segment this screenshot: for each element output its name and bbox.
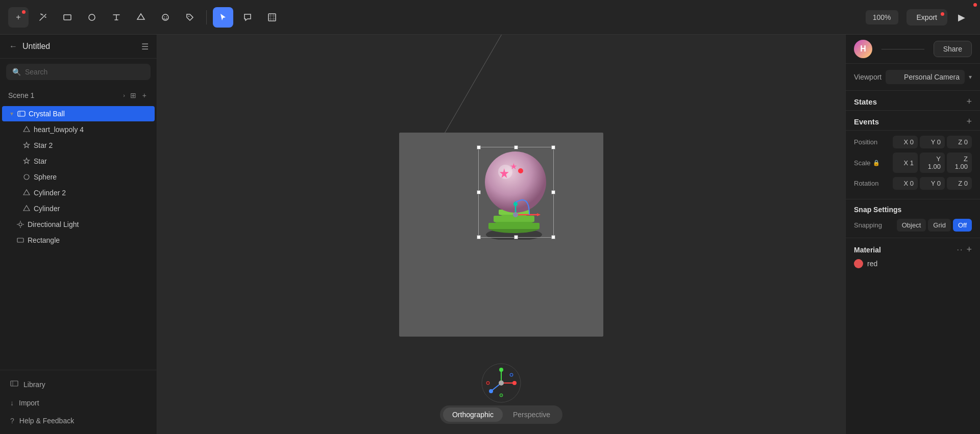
scale-x-value: X 1 <box>897 159 914 167</box>
states-add-button[interactable]: + <box>966 97 972 106</box>
scale-x-input[interactable]: X 1 <box>893 152 918 173</box>
smile-tool-button[interactable] <box>155 7 176 28</box>
play-button[interactable]: ▶ <box>951 7 972 28</box>
material-item[interactable]: red <box>854 259 972 268</box>
camera-select[interactable]: Personal Camera <box>886 70 965 84</box>
select-tool-button[interactable] <box>213 7 233 28</box>
magic-wand-icon <box>38 13 47 22</box>
rectangle-icon <box>63 13 72 22</box>
frame-button[interactable] <box>262 7 282 28</box>
tree-item-crystal-ball[interactable]: ▾ Crystal Ball <box>2 106 155 121</box>
states-section-header: States + <box>846 91 980 111</box>
magic-wand-button[interactable] <box>33 7 53 28</box>
text-tool-button[interactable] <box>106 7 127 28</box>
gizmo-svg <box>481 363 522 403</box>
toolbar: + <box>0 0 980 35</box>
zoom-display: 100% <box>866 10 898 24</box>
expand-icon: ▾ <box>10 110 13 117</box>
search-icon: 🔍 <box>12 68 21 76</box>
search-input[interactable] <box>25 68 144 76</box>
add-button[interactable]: + <box>8 7 29 28</box>
crystal-ball-label: Crystal Ball <box>29 110 146 118</box>
tree-item-directional-light[interactable]: Directional Light <box>2 217 155 232</box>
back-button[interactable]: ← <box>8 41 18 52</box>
scene-header: Scene 1 › ⊞ + <box>0 85 157 106</box>
scene-add-button[interactable]: + <box>140 89 149 101</box>
comment-button[interactable] <box>237 7 258 28</box>
star2-label: Star 2 <box>34 141 146 149</box>
svg-marker-13 <box>23 206 30 211</box>
circle-tool-button[interactable] <box>82 7 102 28</box>
orthographic-button[interactable]: Orthographic <box>443 407 503 422</box>
tree-item-rectangle[interactable]: Rectangle <box>2 233 155 248</box>
position-y-input[interactable]: Y 0 <box>920 136 945 148</box>
svg-point-0 <box>41 14 42 15</box>
svg-point-14 <box>19 223 22 226</box>
viewport-canvas <box>399 133 603 337</box>
svg-marker-10 <box>23 126 30 132</box>
help-item[interactable]: ? Help & Feedback <box>2 412 155 429</box>
position-label: Position <box>854 138 890 146</box>
rectangle-tool-button[interactable] <box>57 7 78 28</box>
heart-node-icon <box>22 125 31 134</box>
svg-point-40 <box>513 212 518 217</box>
snap-section: Snap Settings Snapping Object Grid Off <box>846 199 980 238</box>
position-row: Position X 0 Y 0 Z 0 <box>854 136 972 148</box>
cursor-icon <box>218 13 228 22</box>
scale-z-input[interactable]: Z 1.00 <box>947 152 972 173</box>
center-area[interactable]: Orthographic Perspective <box>157 35 845 434</box>
scene-tree: ▾ Crystal Ball heart_lowpoly 4 Star <box>0 106 157 370</box>
tree-item-heart-lowpoly[interactable]: heart_lowpoly 4 <box>2 122 155 137</box>
svg-point-50 <box>486 381 489 385</box>
avatar[interactable]: H <box>854 40 872 58</box>
events-title: Events <box>854 117 966 126</box>
heart-lowpoly-label: heart_lowpoly 4 <box>34 125 146 134</box>
share-button[interactable]: Share <box>934 41 972 57</box>
gizmo[interactable] <box>481 363 522 403</box>
chevron-down-icon: ▾ <box>969 73 972 81</box>
library-icon <box>10 379 18 389</box>
svg-point-48 <box>499 380 504 386</box>
tag-tool-button[interactable] <box>180 7 200 28</box>
tree-item-star[interactable]: Star <box>2 154 155 169</box>
top-bar-divider <box>881 49 924 49</box>
left-panel: ← Untitled ☰ 🔍 Scene 1 › ⊞ + ▾ <box>0 35 157 434</box>
material-color-swatch <box>854 259 863 268</box>
view-toggle: Orthographic Perspective <box>440 405 562 424</box>
shape-icon <box>136 13 145 22</box>
events-add-button[interactable]: + <box>966 117 972 126</box>
lock-icon: 🔒 <box>873 160 880 166</box>
snap-object-button[interactable]: Object <box>897 219 926 232</box>
material-add-button[interactable]: + <box>966 244 972 255</box>
snap-off-button[interactable]: Off <box>953 219 972 232</box>
import-item[interactable]: ↓ Import <box>2 394 155 412</box>
text-icon <box>112 13 121 22</box>
menu-button[interactable]: ☰ <box>141 42 149 52</box>
tree-item-cylinder[interactable]: Cylinder <box>2 201 155 216</box>
position-x-input[interactable]: X 0 <box>893 136 918 148</box>
svg-point-2 <box>89 14 95 20</box>
tree-item-cylinder2[interactable]: Cylinder 2 <box>2 185 155 200</box>
tree-item-star2[interactable]: Star 2 <box>2 138 155 153</box>
rotation-z-input[interactable]: Z 0 <box>947 177 972 190</box>
scene-expand-icon: › <box>123 92 125 98</box>
position-z-input[interactable]: Z 0 <box>947 136 972 148</box>
library-item[interactable]: Library <box>2 375 155 394</box>
scale-y-input[interactable]: Y 1.00 <box>920 152 945 173</box>
svg-point-32 <box>498 165 512 179</box>
export-button[interactable]: Export <box>906 9 947 25</box>
bottom-left: Library ↓ Import ? Help & Feedback <box>0 370 157 434</box>
position-x-value: X 0 <box>897 138 914 146</box>
rotation-y-input[interactable]: Y 0 <box>920 177 945 190</box>
shape-tool-button[interactable] <box>131 7 151 28</box>
tree-item-sphere[interactable]: Sphere <box>2 169 155 185</box>
snap-options: Object Grid Off <box>897 219 972 232</box>
scene-grid-button[interactable]: ⊞ <box>128 89 138 101</box>
search-bar: 🔍 <box>6 64 151 80</box>
rotation-x-input[interactable]: X 0 <box>893 177 918 190</box>
svg-point-51 <box>510 373 513 376</box>
light-node-icon <box>16 220 24 228</box>
svg-rect-7 <box>268 14 276 21</box>
perspective-button[interactable]: Perspective <box>504 407 559 422</box>
snap-grid-button[interactable]: Grid <box>928 219 951 232</box>
